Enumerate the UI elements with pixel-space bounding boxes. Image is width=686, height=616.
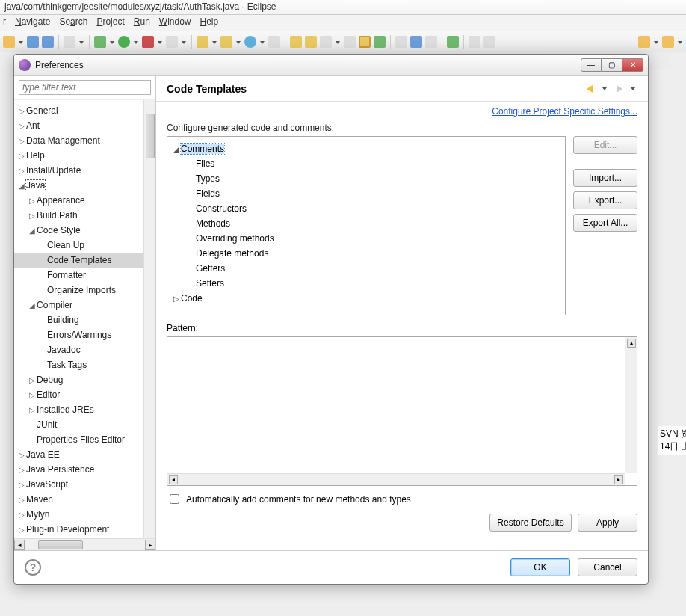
tree-item-organize-imports[interactable]: Organize Imports [14,283,155,298]
vertical-scrollbar[interactable]: ▴ [625,337,637,473]
dropdown-icon[interactable] [259,39,265,45]
template-item-setters[interactable]: Setters [170,276,562,291]
template-item-methods[interactable]: Methods [170,216,562,231]
template-item-overriding[interactable]: Overriding methods [170,231,562,246]
ok-button[interactable]: OK [510,558,570,576]
toolbar-icon[interactable] [344,36,356,48]
horizontal-scrollbar[interactable]: ◂ ▸ [167,473,625,485]
menu-r[interactable]: r [3,16,6,29]
scroll-right-icon[interactable]: ▸ [145,540,155,550]
toolbar-icon[interactable] [469,36,480,48]
auto-comment-checkbox[interactable] [170,494,179,504]
toolbar-icon[interactable] [305,36,317,48]
apply-button[interactable]: Apply [578,514,637,532]
tree-item-build-path[interactable]: ▷Build Path [14,208,155,223]
tree-item-installed-jres[interactable]: ▷Installed JREs [14,402,155,417]
maximize-button[interactable]: ▢ [602,58,622,72]
forward-icon[interactable] [662,36,674,48]
tree-item-install-update[interactable]: ▷Install/Update [14,163,155,178]
toolbar-icon[interactable] [483,36,495,48]
pattern-textarea[interactable]: ▴ ◂ ▸ [167,336,637,486]
toolbar-icon[interactable] [3,36,15,48]
menu-window[interactable]: Window [159,16,191,29]
menu-navigate[interactable]: Navigate [15,16,50,29]
dropdown-icon[interactable] [235,39,241,45]
dropdown-icon[interactable] [181,39,187,45]
tree-item-junit[interactable]: JUnit [14,417,155,432]
back-icon[interactable] [638,36,650,48]
tree-item-errors-warnings[interactable]: Errors/Warnings [14,327,155,342]
run-ext-icon[interactable] [142,36,154,48]
tree-item-task-tags[interactable]: Task Tags [14,357,155,372]
close-button[interactable]: ✕ [622,58,643,72]
scroll-up-icon[interactable]: ▴ [627,339,636,348]
scroll-left-icon[interactable]: ◂ [169,475,178,484]
preferences-tree[interactable]: ▷General ▷Ant ▷Data Management ▷Help ▷In… [14,100,155,540]
run-icon[interactable] [118,36,130,48]
template-item-fields[interactable]: Fields [170,186,562,201]
toolbar-icon[interactable] [410,36,422,48]
template-item-getters[interactable]: Getters [170,261,562,276]
tree-item-clean-up[interactable]: Clean Up [14,238,155,253]
dropdown-icon[interactable] [133,39,139,45]
tree-item-mylyn[interactable]: ▷Mylyn [14,507,155,522]
edit-button[interactable]: Edit... [573,136,637,154]
toolbar-icon[interactable] [268,36,280,48]
template-tree[interactable]: ◢Comments Files Types Fields Constructor… [167,136,566,315]
toolbar-icon[interactable] [244,36,256,48]
toolbar-icon[interactable] [447,36,459,48]
toolbar-icon[interactable] [64,36,75,48]
toolbar-icon[interactable] [374,36,386,48]
dropdown-icon[interactable] [677,39,683,45]
template-item-delegate[interactable]: Delegate methods [170,246,562,261]
tree-item-plugin-development[interactable]: ▷Plug-in Development [14,522,155,537]
tree-item-javadoc[interactable]: Javadoc [14,342,155,357]
dropdown-icon[interactable] [602,85,609,93]
tree-item-javascript[interactable]: ▷JavaScript [14,477,155,492]
minimize-button[interactable]: — [581,58,602,72]
tree-item-formatter[interactable]: Formatter [14,268,155,283]
toolbar-icon[interactable] [197,36,208,48]
tree-item-java-ee[interactable]: ▷Java EE [14,447,155,462]
forward-arrow-icon[interactable] [614,83,625,95]
tree-item-ant[interactable]: ▷Ant [14,118,155,133]
back-arrow-icon[interactable] [585,83,597,95]
template-item-code[interactable]: ▷Code [170,291,562,306]
dropdown-icon[interactable] [211,39,217,45]
export-all-button[interactable]: Export All... [573,214,637,232]
tree-item-editor[interactable]: ▷Editor [14,387,155,402]
tree-item-general[interactable]: ▷General [14,103,155,118]
help-icon[interactable]: ? [25,559,41,576]
menu-run[interactable]: Run [134,16,150,29]
scroll-thumb[interactable] [146,114,155,158]
menu-search[interactable]: Search [59,16,87,29]
toolbar-icon[interactable] [359,36,371,48]
dropdown-icon[interactable] [18,39,24,45]
cancel-button[interactable]: Cancel [578,558,637,576]
configure-project-link[interactable]: Configure Project Specific Settings... [492,106,637,117]
restore-defaults-button[interactable]: Restore Defaults [489,514,572,532]
template-item-types[interactable]: Types [170,171,562,186]
tree-item-properties-files-editor[interactable]: Properties Files Editor [14,432,155,447]
menu-help[interactable]: Help [200,16,219,29]
tree-item-debug[interactable]: ▷Debug [14,372,155,387]
tree-item-code-templates[interactable]: Code Templates [14,253,155,268]
dropdown-icon[interactable] [335,39,341,45]
dropdown-icon[interactable] [78,39,84,45]
tree-item-code-style[interactable]: ◢Code Style [14,223,155,238]
vertical-scrollbar[interactable] [143,100,155,538]
toolbar-icon[interactable] [166,36,178,48]
toolbar-icon[interactable] [290,36,302,48]
import-button[interactable]: Import... [573,169,637,187]
dropdown-icon[interactable] [157,39,163,45]
tree-item-java-persistence[interactable]: ▷Java Persistence [14,462,155,477]
horizontal-scrollbar[interactable]: ◂ ▸ [14,538,155,550]
save-all-icon[interactable] [42,36,54,48]
tree-item-help[interactable]: ▷Help [14,148,155,163]
dropdown-icon[interactable] [109,39,115,45]
tree-item-appearance[interactable]: ▷Appearance [14,193,155,208]
scroll-thumb[interactable] [38,540,83,549]
toolbar-icon[interactable] [320,36,332,48]
template-item-constructors[interactable]: Constructors [170,201,562,216]
dialog-title-bar[interactable]: Preferences — ▢ ✕ [14,55,648,76]
